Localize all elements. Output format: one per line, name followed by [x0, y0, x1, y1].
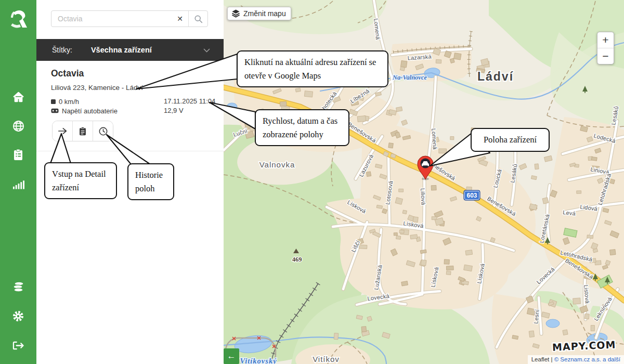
seznam-link[interactable]: © Seznam.cz a.s. a další [554, 356, 620, 362]
chevron-down-icon [203, 45, 210, 55]
water-label-vitikovsky: Vitíkovský [240, 357, 277, 364]
logbook-button[interactable] [72, 121, 93, 141]
attribution-separator: | [549, 356, 554, 362]
place-label-vitikov: Vitíkov [313, 355, 340, 363]
device-card[interactable]: Octavia Liliová 223, Kamenice - Ládví 0 … [36, 61, 224, 141]
sidebar-item-map[interactable] [0, 114, 36, 137]
callout-speed-time: Rychlost, datum a čas zobrazené polohy [255, 109, 349, 146]
globe-icon [12, 120, 24, 132]
sidebar-item-statistics[interactable] [0, 173, 36, 196]
change-map-button[interactable]: Změnit mapu [227, 7, 291, 20]
device-name: Octavia [51, 68, 224, 79]
sidebar-item-credit[interactable] [0, 276, 36, 298]
coins-icon [12, 281, 24, 293]
clipboard-icon [79, 127, 86, 136]
panel-divider [36, 151, 224, 151]
gear-icon [12, 310, 24, 322]
clock-icon [99, 127, 108, 136]
home-icon [12, 92, 24, 102]
sidebar [0, 0, 36, 364]
app-window: 603 469 Ládví Valnovka Vitíkov Vitíkovsk… [0, 0, 624, 364]
road-number: 603 [466, 192, 477, 199]
position-history-button[interactable] [93, 121, 113, 141]
device-address-link[interactable]: Liliová 223, Kamenice - Ládví [51, 84, 224, 92]
bar-chart-icon [12, 179, 24, 189]
tags-filter-label: Štítky: [52, 46, 72, 54]
place-label-ladvi: Ládví [477, 70, 514, 83]
place-label-valnovka: Valnovka [259, 160, 295, 169]
car-battery-icon [51, 108, 59, 113]
sidebar-item-settings[interactable] [0, 305, 36, 328]
device-speed: 0 km/h [59, 98, 79, 106]
water-label-navalnovce: Na-Valnovce [392, 74, 427, 81]
battery-voltage-label: Napětí autobaterie [62, 107, 118, 115]
device-actions [52, 121, 113, 141]
map-attribution: Leaflet | © Seznam.cz a.s. a další [528, 355, 624, 364]
tags-filter-value: Všechna zařízení [91, 46, 152, 54]
change-map-label: Změnit mapu [243, 9, 286, 18]
arrow-right-icon [58, 127, 67, 135]
street-label: Liliová [420, 188, 427, 205]
search-button[interactable] [189, 15, 207, 23]
callout-history: Historie poloh [127, 163, 174, 200]
clipboard-list-icon [13, 149, 23, 161]
road-badge: 603 [464, 190, 480, 200]
device-search: ✕ [51, 10, 208, 27]
sidebar-item-logout[interactable] [0, 334, 36, 357]
device-detail-button[interactable] [53, 121, 72, 141]
zoom-out-button[interactable]: − [597, 48, 614, 64]
clear-search-icon[interactable]: ✕ [172, 15, 188, 23]
callout-detail: Vstup na Detail zařízení [44, 162, 117, 199]
leaflet-link[interactable]: Leaflet [531, 356, 550, 362]
tags-filter-dropdown[interactable]: Štítky: Všechna zařízení [36, 39, 224, 61]
sidebar-item-home[interactable] [0, 85, 36, 108]
layers-icon [231, 9, 240, 18]
battery-voltage-value: 12,9 V [164, 106, 215, 115]
speed-stop-icon [51, 99, 56, 104]
app-logo[interactable] [0, 4, 36, 33]
zoom-in-button[interactable]: + [597, 32, 614, 48]
callout-address: Kliknutí na aktuální adresu zařízení se … [237, 50, 388, 87]
elevation-label: 469 [292, 256, 302, 263]
position-timestamp: 17.11.2025 11:04 [164, 97, 215, 106]
collapse-panel-button[interactable]: ← [224, 348, 239, 364]
zoom-control: + − [597, 32, 614, 64]
sidebar-item-devices[interactable] [0, 144, 36, 166]
callout-position: Poloha zařízení [471, 128, 550, 152]
search-icon [194, 15, 203, 23]
brand-logo-icon [8, 7, 28, 30]
search-input[interactable] [51, 15, 172, 23]
logout-icon [12, 340, 24, 351]
